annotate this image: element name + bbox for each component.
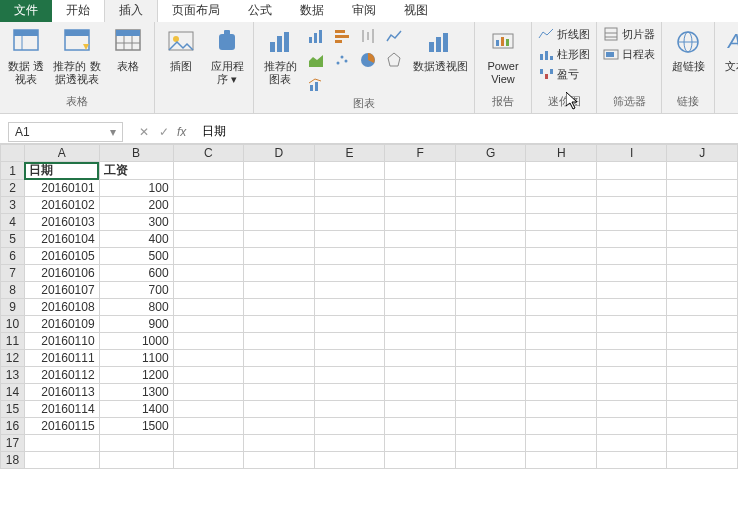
cell-G12[interactable] <box>455 350 526 367</box>
cell-H1[interactable] <box>526 162 597 180</box>
cell-E13[interactable] <box>314 367 385 384</box>
row-header-12[interactable]: 12 <box>1 350 25 367</box>
column-header-A[interactable]: A <box>24 145 99 162</box>
textbox-button[interactable]: A 文本 <box>721 26 738 73</box>
cell-D6[interactable] <box>244 248 315 265</box>
cell-C14[interactable] <box>173 384 244 401</box>
cell-I6[interactable] <box>597 248 667 265</box>
cell-H17[interactable] <box>526 435 597 452</box>
cell-B10[interactable]: 900 <box>99 316 173 333</box>
column-header-F[interactable]: F <box>385 145 456 162</box>
cell-D12[interactable] <box>244 350 315 367</box>
cell-G13[interactable] <box>455 367 526 384</box>
hyperlink-button[interactable]: 超链接 <box>668 26 708 73</box>
cell-D17[interactable] <box>244 435 315 452</box>
tab-home[interactable]: 开始 <box>52 0 104 22</box>
tab-review[interactable]: 审阅 <box>338 0 390 22</box>
cell-E8[interactable] <box>314 282 385 299</box>
cell-C13[interactable] <box>173 367 244 384</box>
recommended-charts-button[interactable]: 推荐的 图表 <box>260 26 300 86</box>
column-header-H[interactable]: H <box>526 145 597 162</box>
cell-C3[interactable] <box>173 197 244 214</box>
cell-I18[interactable] <box>597 452 667 469</box>
cell-D9[interactable] <box>244 299 315 316</box>
area-chart-icon[interactable] <box>306 50 326 70</box>
tab-view[interactable]: 视图 <box>390 0 442 22</box>
cell-J13[interactable] <box>667 367 738 384</box>
cell-I15[interactable] <box>597 401 667 418</box>
cell-H12[interactable] <box>526 350 597 367</box>
cell-G9[interactable] <box>455 299 526 316</box>
cell-F6[interactable] <box>385 248 456 265</box>
table-button[interactable]: 表格 <box>108 26 148 73</box>
cell-A5[interactable]: 20160104 <box>24 231 99 248</box>
cell-A4[interactable]: 20160103 <box>24 214 99 231</box>
cell-G1[interactable] <box>455 162 526 180</box>
cell-E18[interactable] <box>314 452 385 469</box>
cell-H3[interactable] <box>526 197 597 214</box>
cell-D5[interactable] <box>244 231 315 248</box>
cell-G6[interactable] <box>455 248 526 265</box>
cell-H10[interactable] <box>526 316 597 333</box>
cell-B18[interactable] <box>99 452 173 469</box>
cell-B7[interactable]: 600 <box>99 265 173 282</box>
cell-B14[interactable]: 1300 <box>99 384 173 401</box>
spreadsheet-grid[interactable]: ABCDEFGHIJ1日期工资2201601011003201601022004… <box>0 144 738 514</box>
cell-I12[interactable] <box>597 350 667 367</box>
cell-B6[interactable]: 500 <box>99 248 173 265</box>
cell-B9[interactable]: 800 <box>99 299 173 316</box>
cell-I2[interactable] <box>597 180 667 197</box>
formula-input[interactable] <box>196 122 738 142</box>
cell-G2[interactable] <box>455 180 526 197</box>
cell-F16[interactable] <box>385 418 456 435</box>
cell-H5[interactable] <box>526 231 597 248</box>
cell-H13[interactable] <box>526 367 597 384</box>
cell-E10[interactable] <box>314 316 385 333</box>
cell-C5[interactable] <box>173 231 244 248</box>
row-header-10[interactable]: 10 <box>1 316 25 333</box>
cell-H2[interactable] <box>526 180 597 197</box>
cell-I17[interactable] <box>597 435 667 452</box>
cell-I16[interactable] <box>597 418 667 435</box>
cell-A15[interactable]: 20160114 <box>24 401 99 418</box>
cell-F17[interactable] <box>385 435 456 452</box>
cell-G10[interactable] <box>455 316 526 333</box>
cell-E14[interactable] <box>314 384 385 401</box>
cell-A14[interactable]: 20160113 <box>24 384 99 401</box>
cell-G18[interactable] <box>455 452 526 469</box>
cell-D13[interactable] <box>244 367 315 384</box>
cell-H4[interactable] <box>526 214 597 231</box>
cell-A12[interactable]: 20160111 <box>24 350 99 367</box>
cell-B17[interactable] <box>99 435 173 452</box>
radar-chart-icon[interactable] <box>384 50 404 70</box>
row-header-14[interactable]: 14 <box>1 384 25 401</box>
cell-C15[interactable] <box>173 401 244 418</box>
pivot-table-button[interactable]: 数据 透视表 <box>6 26 46 86</box>
scatter-chart-icon[interactable] <box>332 50 352 70</box>
cell-D7[interactable] <box>244 265 315 282</box>
enter-formula-icon[interactable]: ✓ <box>159 125 169 139</box>
tab-page-layout[interactable]: 页面布局 <box>158 0 234 22</box>
cell-J18[interactable] <box>667 452 738 469</box>
cell-F14[interactable] <box>385 384 456 401</box>
tab-insert[interactable]: 插入 <box>104 0 158 22</box>
cell-G4[interactable] <box>455 214 526 231</box>
row-header-6[interactable]: 6 <box>1 248 25 265</box>
column-header-B[interactable]: B <box>99 145 173 162</box>
cell-B4[interactable]: 300 <box>99 214 173 231</box>
cell-I9[interactable] <box>597 299 667 316</box>
cell-E1[interactable] <box>314 162 385 180</box>
cell-C11[interactable] <box>173 333 244 350</box>
cell-F13[interactable] <box>385 367 456 384</box>
cell-F8[interactable] <box>385 282 456 299</box>
cell-J16[interactable] <box>667 418 738 435</box>
row-header-7[interactable]: 7 <box>1 265 25 282</box>
cell-H9[interactable] <box>526 299 597 316</box>
power-view-button[interactable]: Power View <box>481 26 525 86</box>
cell-B3[interactable]: 200 <box>99 197 173 214</box>
row-header-5[interactable]: 5 <box>1 231 25 248</box>
cell-I3[interactable] <box>597 197 667 214</box>
cell-D16[interactable] <box>244 418 315 435</box>
tab-formulas[interactable]: 公式 <box>234 0 286 22</box>
cell-D8[interactable] <box>244 282 315 299</box>
